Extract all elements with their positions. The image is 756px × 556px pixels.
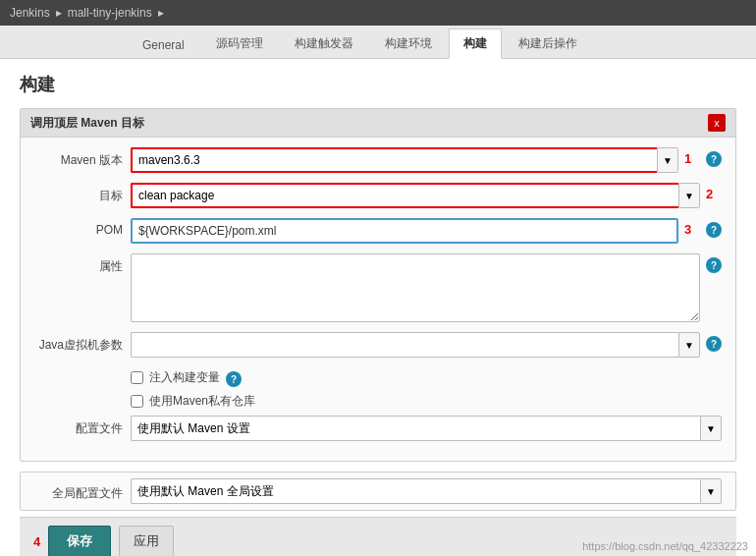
maven-version-label: Maven 版本 [34, 147, 123, 169]
breadcrumb-sep1: ▸ [56, 6, 62, 20]
breadcrumb-sep2: ▸ [158, 6, 164, 20]
tab-build[interactable]: 构建 [449, 28, 502, 59]
config-file-wrapper: ▼ [131, 416, 722, 441]
goal-input[interactable] [131, 183, 678, 208]
jvm-control: ▼ ? [131, 332, 722, 358]
global-config-wrapper: ▼ [131, 478, 722, 504]
private-repo-checkbox-row: 使用Maven私有仓库 [34, 393, 722, 410]
global-config-dropdown-btn[interactable]: ▼ [700, 478, 722, 504]
tab-general[interactable]: General [128, 31, 199, 58]
section-close-button[interactable]: x [708, 114, 726, 132]
help-icon-pom[interactable]: ? [706, 222, 722, 238]
global-config-row: 全局配置文件 ▼ [21, 473, 735, 510]
breadcrumb-bar: Jenkins ▸ mall-tiny-jenkins ▸ [0, 0, 756, 26]
properties-row: 属性 ? [34, 253, 722, 322]
tab-build-env[interactable]: 构建环境 [370, 28, 447, 58]
config-file-dropdown-btn[interactable]: ▼ [700, 416, 722, 441]
goal-control: ▼ 2 [131, 183, 722, 208]
help-icon-inject[interactable]: ? [226, 371, 242, 387]
global-config-section: 全局配置文件 ▼ [20, 472, 736, 511]
jvm-dropdown-btn[interactable]: ▼ [678, 332, 700, 358]
global-config-control: ▼ [131, 478, 722, 504]
private-repo-checkbox[interactable] [131, 395, 143, 408]
help-icon-jvm[interactable]: ? [706, 336, 722, 352]
form-section: Maven 版本 ▼ 1 ? 目标 ▼ [21, 138, 735, 461]
tab-post-build[interactable]: 构建后操作 [504, 28, 592, 58]
main-content: 构建 调用顶层 Maven 目标 x Maven 版本 ▼ 1 ? [0, 59, 756, 556]
section-header: 调用顶层 Maven 目标 x [21, 109, 735, 138]
maven-version-input[interactable] [131, 147, 657, 173]
maven-version-row: Maven 版本 ▼ 1 ? [34, 147, 722, 173]
config-file-row: 配置文件 ▼ [34, 416, 722, 441]
config-file-control: ▼ [131, 416, 722, 441]
section-header-left: 调用顶层 Maven 目标 [30, 115, 144, 132]
annotation-2: 2 [706, 183, 722, 201]
breadcrumb-jenkins[interactable]: Jenkins [10, 6, 50, 20]
properties-control: ? [131, 253, 722, 322]
jvm-row: Java虚拟机参数 ▼ ? [34, 332, 722, 358]
java-wrapper: ▼ [131, 332, 700, 358]
annotation-3: 3 [684, 218, 700, 237]
goal-wrapper: ▼ [131, 183, 700, 208]
apply-button[interactable]: 应用 [119, 526, 174, 556]
inject-checkbox-row: 注入构建变量 ? [34, 367, 722, 387]
maven-version-wrapper: ▼ [131, 147, 678, 173]
annotation-4: 4 [33, 534, 40, 549]
global-config-input[interactable] [131, 478, 700, 504]
help-icon-properties[interactable]: ? [706, 257, 722, 273]
properties-textarea[interactable] [131, 253, 700, 322]
jvm-label: Java虚拟机参数 [34, 332, 123, 354]
pom-control: 3 ? [131, 218, 722, 244]
inject-checkbox[interactable] [131, 371, 143, 384]
pom-row: POM 3 ? [34, 218, 722, 244]
global-config-label: 全局配置文件 [34, 480, 123, 502]
config-file-input[interactable] [131, 416, 700, 441]
watermark: https://blog.csdn.net/qq_42332223 [582, 540, 748, 552]
goal-row: 目标 ▼ 2 [34, 183, 722, 208]
help-icon-maven[interactable]: ? [706, 151, 722, 167]
tab-source-mgmt[interactable]: 源码管理 [201, 28, 278, 58]
maven-version-control: ▼ 1 ? [131, 147, 722, 173]
jvm-input[interactable] [131, 332, 678, 358]
inject-label: 注入构建变量 [149, 369, 220, 386]
maven-version-dropdown-btn[interactable]: ▼ [657, 147, 678, 173]
config-file-label: 配置文件 [34, 416, 123, 437]
pom-input[interactable] [131, 218, 678, 244]
annotation-1: 1 [684, 147, 700, 166]
page-title: 构建 [20, 73, 736, 96]
goal-label: 目标 [34, 183, 123, 204]
breadcrumb-project[interactable]: mall-tiny-jenkins [68, 6, 152, 20]
save-button[interactable]: 保存 [48, 526, 111, 556]
pom-label: POM [34, 218, 123, 237]
tab-build-trigger[interactable]: 构建触发器 [280, 28, 368, 58]
goal-dropdown-btn[interactable]: ▼ [678, 183, 700, 208]
properties-label: 属性 [34, 253, 123, 275]
maven-section: 调用顶层 Maven 目标 x Maven 版本 ▼ 1 ? 目标 [20, 108, 736, 462]
tab-nav: General 源码管理 构建触发器 构建环境 构建 构建后操作 [0, 26, 756, 59]
section-title: 调用顶层 Maven 目标 [30, 115, 144, 132]
private-repo-label: 使用Maven私有仓库 [149, 393, 255, 410]
